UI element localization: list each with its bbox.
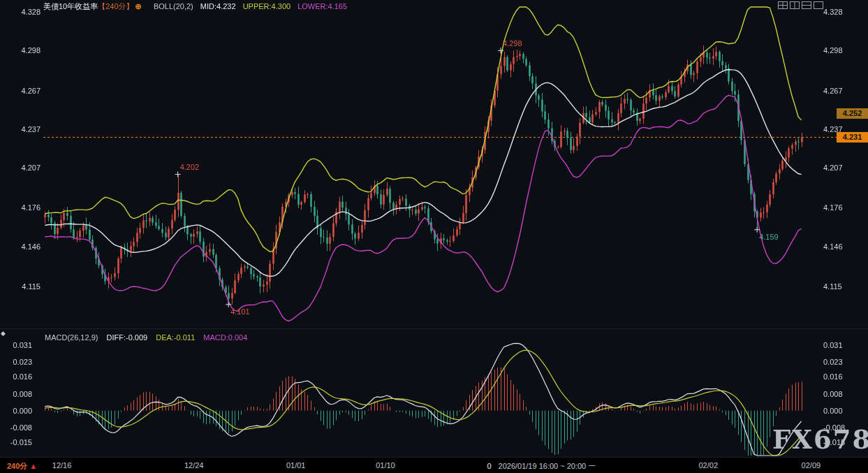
macd-indicator-name: MACD(26,12,9) [45,333,98,342]
macd-pane-header: MACD(26,12,9) DIFF:-0.009 DEA:-0.011 MAC… [45,333,253,342]
date-text: 12/16 [52,461,72,470]
add-indicator-icon[interactable]: ⊕ [135,2,142,10]
current-price-badge: 4.231 [837,132,868,143]
date-text: 2026/01/19 16:00 ~ 20:00 一 [499,462,596,470]
trading-chart-app: 美债10年收益率【240分】⊕ BOLL(20,2) MID:4.232 UPP… [0,0,868,473]
date-label: 01/01 [286,461,306,470]
date-text: 01/01 [286,461,306,470]
date-label: 01/10 [376,461,395,470]
boll-indicator-name: BOLL(20,2) [154,2,193,10]
price-pane-header: 美债10年收益率【240分】⊕ BOLL(20,2) MID:4.232 UPP… [43,1,352,12]
time-axis-strip: 240分▲ 12/1612/2401/0101/1002026/01/19 16… [0,457,868,473]
fx678-watermark: FX678 [772,424,868,455]
instrument-title: 美债10年收益率 [43,2,98,10]
date-text: 02/09 [802,461,821,470]
date-label: 02026/01/19 16:00 ~ 20:00 一 [487,461,596,472]
date-label: 02/02 [699,461,719,470]
layout-grid-icon[interactable] [778,1,788,9]
window-controls [778,1,823,9]
date-label: 12/24 [184,461,204,470]
date-text: 12/24 [184,461,204,470]
date-label: 02/09 [802,461,821,470]
candlestick-chart-canvas[interactable] [0,0,868,473]
timeframe-label: 【240分】 [98,2,133,10]
pane-resize-handle-icon[interactable]: ◆ [1,330,6,337]
date-label: 12/16 [52,461,72,470]
macd-diff-value: DIFF:-0.009 [106,333,147,342]
layout-maximize-icon[interactable] [814,1,823,9]
layout-rows-icon[interactable] [802,1,811,9]
boll-lower-value: LOWER:4.165 [297,2,347,10]
boll-mid-value: MID:4.232 [200,2,236,10]
high-price-badge: 4.252 [837,108,868,119]
layout-columns-icon[interactable] [790,1,800,9]
date-labels-row: 12/1612/2401/0101/1002026/01/19 16:00 ~ … [0,458,868,473]
boll-upper-value: UPPER:4.300 [243,2,290,10]
macd-dea-value: DEA:-0.011 [156,333,195,342]
date-text: 01/10 [376,461,395,470]
session-flag: 0 [487,462,491,470]
date-text: 02/02 [699,461,719,470]
macd-macd-value: MACD:0.004 [203,333,247,342]
